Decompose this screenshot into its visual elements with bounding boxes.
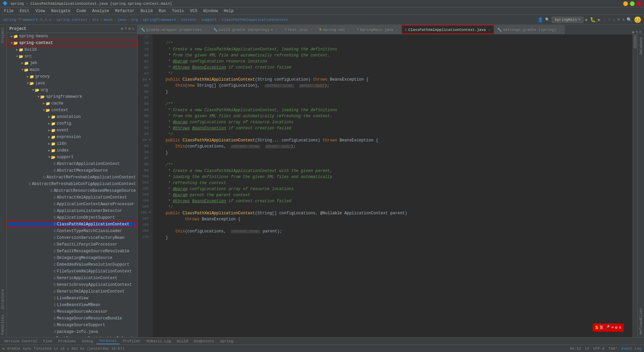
toolbar-icon-search-everywhere[interactable]: 🔍 [627, 17, 632, 23]
project-icon-settings[interactable]: ⚙ [121, 26, 123, 31]
tree-item-java[interactable]: ▼ 📂 java [7, 80, 137, 87]
status-indent[interactable]: Tab* [608, 347, 617, 351]
menu-navigate[interactable]: Navigate [48, 8, 73, 14]
tab-settings-gradle[interactable]: 🔧 settings.gradle (spring) ✕ [494, 25, 564, 34]
tree-item-org[interactable]: ▼ 📂 org [7, 87, 137, 93]
maximize-button[interactable] [630, 1, 635, 6]
run-configuration[interactable]: SpringMain ▼ [552, 17, 583, 23]
bottom-tab-profiler[interactable]: Profiler [120, 339, 143, 344]
menu-vcs[interactable]: VCS [187, 8, 200, 14]
tree-item-support[interactable]: ▼ 📂 support [7, 154, 137, 161]
tab-close-test-java[interactable]: ✕ [310, 28, 312, 32]
tree-item-abstractxml[interactable]: C AbstractXmlApplicationContext [7, 194, 137, 201]
editor-scrollbar[interactable] [633, 34, 637, 337]
tab-close-settings-gradle[interactable]: ✕ [559, 28, 561, 32]
tree-item-genericapp[interactable]: C GenericApplicationContext [7, 275, 137, 281]
tree-item-defaultmsgsource[interactable]: C DefaultMessageSourceResolvable [7, 248, 137, 255]
tree-item-main[interactable]: ▼ 📂 main [7, 67, 137, 73]
tree-item-abstractrefreshableconfig[interactable]: C AbstractRefreshableConfigApplicationCo… [7, 181, 137, 187]
menu-code[interactable]: Code [74, 8, 89, 14]
panel-label-favorites[interactable]: Favorites [0, 312, 6, 337]
tree-item-i18n[interactable]: ▶ 📁 i18n [7, 140, 137, 147]
status-encoding[interactable]: UTF-8 [593, 347, 604, 351]
editor-lines[interactable]: /** * Create a new ClassPathXmlApplicati… [153, 34, 633, 337]
bottom-tab-debug[interactable]: Debug [79, 339, 96, 344]
tab-close-springmain[interactable]: ✕ [396, 28, 398, 32]
tree-item-abstractappcontext[interactable]: C AbstractApplicationContext [7, 161, 137, 167]
tree-item-expression[interactable]: ▶ 📁 expression [7, 134, 137, 140]
ime-more[interactable]: ≡ [619, 325, 621, 330]
tab-classpathxml[interactable]: C ClassPathXmlApplicationContext.java ✕ [401, 25, 494, 34]
fold-icon-94[interactable]: ▼ [149, 138, 151, 142]
project-icon-collapse[interactable]: ≡ [124, 26, 127, 31]
toolbar-icon-share[interactable]: 👤 [538, 17, 543, 23]
bottom-tab-problems[interactable]: Problems [55, 339, 78, 344]
toolbar-icon-update[interactable]: ↓ [613, 17, 615, 22]
tree-item-genericxml[interactable]: C GenericXmlApplicationContext [7, 288, 137, 295]
panel-label-project[interactable]: Project [0, 25, 6, 46]
tab-close-build-gradle[interactable]: ✕ [275, 28, 277, 32]
menu-analyze[interactable]: Analyze [90, 8, 112, 14]
bottom-tab-terminal[interactable]: Terminal [96, 338, 119, 344]
tree-item-groovy[interactable]: ▶ 📁 groovy [7, 73, 137, 80]
tree-item-abstractrefreshable[interactable]: C AbstractRefreshableApplicationContext [7, 174, 137, 181]
tree-item-context[interactable]: ▼ 📂 context [7, 107, 137, 114]
tree-item-msgsourceaccessor[interactable]: C MessageSourceAccessor [7, 308, 137, 315]
tree-item-postprocessor[interactable]: C PostProcessorRegistrationDelegate [7, 335, 137, 337]
project-icon-gear[interactable]: ⚙ [128, 26, 131, 31]
tree-item-defaultlifecycle[interactable]: C DefaultLifecycleProcessor [7, 241, 137, 248]
toolbar-icon-git[interactable]: ↑ [608, 17, 611, 22]
tree-item-delegatingmsg[interactable]: C DelegatingMessageSource [7, 255, 137, 261]
tree-item-spring-context[interactable]: ▼ 📂 spring-context [7, 40, 137, 46]
tab-spring-xml[interactable]: X spring.xml ✕ [316, 25, 353, 34]
run-button[interactable]: ▶ [585, 17, 588, 23]
minimize-button[interactable] [623, 1, 628, 6]
tab-springmain[interactable]: J SpringMain.java ✕ [353, 25, 401, 34]
bottom-tab-version-control[interactable]: Version Control [1, 339, 40, 344]
breadcrumb-java[interactable]: java [117, 18, 126, 22]
tree-item-livebeansviewmbean[interactable]: I LiveBeansViewMBean [7, 302, 137, 308]
menu-tools[interactable]: Tools [169, 8, 187, 14]
tab-build-gradle[interactable]: 🔧 build.gradle (myspring) ● ✕ [210, 25, 281, 34]
tree-item-annotation[interactable]: ▶ 📁 annotation [7, 114, 137, 120]
bottom-tab-spring[interactable]: Spring [217, 339, 236, 344]
tree-item-config[interactable]: ▶ 📁 config [7, 120, 137, 127]
panel-label-refinedflint[interactable]: RefinedFlint [638, 305, 644, 337]
tree-item-appobjectsupport[interactable]: C ApplicationObjectSupport [7, 214, 137, 221]
more-run-options[interactable]: ⋮ [603, 18, 606, 22]
tree-item-build[interactable]: ▶ 📁 build [7, 46, 137, 53]
bottom-tab-find[interactable]: Find [41, 339, 55, 344]
bottom-tab-endpoints[interactable]: Endpoints [192, 339, 217, 344]
breadcrumb-context[interactable]: context [181, 18, 196, 22]
tree-item-cache[interactable]: ▶ 📁 cache [7, 100, 137, 107]
project-icon-close[interactable]: ✕ [132, 26, 135, 31]
tree-item-applistenerdetector[interactable]: C ApplicationListenerDetector [7, 208, 137, 214]
status-cursor[interactable]: 84:12 [570, 347, 581, 351]
tree-item-conversionservice[interactable]: C ConversionServiceFactoryBean [7, 234, 137, 241]
tree-item-jmh[interactable]: ▶ 📁 jmh [7, 60, 137, 67]
menu-file[interactable]: File [1, 8, 16, 14]
ime-settings[interactable]: ⚙ [615, 325, 618, 330]
menu-help[interactable]: Help [221, 8, 236, 14]
breadcrumb-org[interactable]: org [131, 18, 138, 22]
tree-item-contexttypematch[interactable]: C ContextTypeMatchClassLoader [7, 228, 137, 234]
menu-edit[interactable]: Edit [17, 8, 32, 14]
tree-item-abstractmsg[interactable]: C AbstractMessageSource [7, 167, 137, 174]
breadcrumb-main[interactable]: main [104, 18, 112, 22]
debug-button[interactable]: 🐛 [590, 17, 596, 23]
tab-close-spring-xml[interactable]: ✕ [347, 28, 350, 32]
bottom-tab-build[interactable]: Build [174, 339, 191, 344]
menu-build[interactable]: Build [138, 8, 155, 14]
close-button[interactable] [637, 1, 641, 6]
tab-gradle-wrapper[interactable]: 🔧 gradle-wrapper.properties ✕ [138, 25, 210, 34]
tree-item-genericgroovy[interactable]: C GenericGroovyApplicationContext [7, 281, 137, 288]
fold-icon-84[interactable]: ▼ [149, 78, 151, 81]
tree-item-msgsourcesupport[interactable]: C MessageSourceSupport [7, 322, 137, 328]
toolbar-icon-translate[interactable]: A [622, 18, 625, 22]
tree-item-filesystemxml[interactable]: C FileSystemXmlApplicationContext [7, 268, 137, 275]
tree-item-embeddedvalue[interactable]: C EmbeddedValueResolutionSupport [7, 261, 137, 268]
breadcrumb-support[interactable]: support [201, 18, 217, 22]
toolbar-icon-search[interactable]: 🔍 [545, 17, 550, 22]
breadcrumb-src[interactable]: src [92, 18, 99, 22]
panel-label-database[interactable]: Database [638, 34, 644, 57]
